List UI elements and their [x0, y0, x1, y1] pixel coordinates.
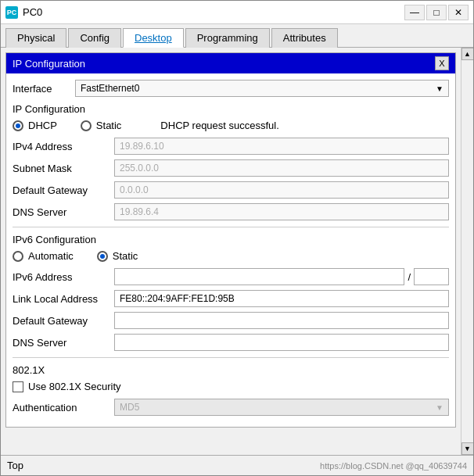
tab-attributes[interactable]: Attributes: [271, 28, 338, 48]
ipv4-section-title: IP Configuration: [13, 103, 449, 115]
tab-physical[interactable]: Physical: [5, 28, 66, 48]
auth-chevron-icon: ▼: [436, 403, 443, 412]
ipv6-slash: /: [408, 271, 411, 283]
dhcp-label: DHCP: [28, 120, 57, 131]
authentication-label: Authentication: [13, 402, 114, 413]
window-title: PC0: [23, 6, 404, 18]
title-bar-controls: — □ ✕: [404, 5, 469, 20]
link-local-label: Link Local Address: [13, 293, 114, 305]
interface-select[interactable]: FastEthernet0 ▼: [75, 80, 449, 97]
dns-server-row: DNS Server: [13, 203, 449, 220]
window-icon: PC: [5, 6, 18, 19]
dhcp-radio-circle[interactable]: [13, 120, 23, 131]
static-ipv6-radio[interactable]: Static: [97, 250, 138, 262]
dns-server-v6-input[interactable]: [114, 334, 449, 351]
dns-server-v6-label: DNS Server: [13, 337, 114, 349]
automatic-label: Automatic: [28, 250, 74, 262]
default-gateway-label: Default Gateway: [13, 184, 114, 196]
static-ipv6-radio-circle[interactable]: [97, 251, 108, 262]
default-gateway-v6-label: Default Gateway: [13, 315, 114, 327]
static-label: Static: [96, 120, 122, 131]
tab-bar: Physical Config Desktop Programming Attr…: [1, 24, 473, 48]
window: PC PC0 — □ ✕ Physical Config Desktop Pro…: [0, 0, 474, 476]
scroll-down-button[interactable]: ▼: [461, 442, 474, 455]
authentication-select[interactable]: MD5 ▼: [114, 399, 449, 416]
title-bar: PC PC0 — □ ✕: [1, 1, 473, 24]
tab-programming[interactable]: Programming: [185, 28, 270, 48]
default-gateway-v6-input[interactable]: [114, 312, 449, 329]
ipv4-address-row: IPv4 Address: [13, 138, 449, 155]
bottom-bar: Top https://blog.CSDN.net @qq_40639744: [1, 455, 473, 475]
top-label[interactable]: Top: [7, 460, 23, 471]
static-ipv6-label: Static: [113, 250, 138, 262]
scroll-up-button[interactable]: ▲: [461, 48, 474, 60]
interface-chevron-icon: ▼: [436, 84, 443, 93]
ipv4-address-label: IPv4 Address: [13, 141, 114, 152]
ip-config-close-button[interactable]: X: [435, 56, 449, 70]
content-area: IP Configuration X Interface FastEtherne…: [1, 48, 473, 455]
watermark: https://blog.CSDN.net @qq_40639744: [320, 461, 467, 471]
auth-value: MD5: [120, 402, 139, 413]
ipv6-prefix-input[interactable]: [414, 268, 449, 285]
dhcp-radio[interactable]: DHCP: [13, 120, 57, 131]
interface-label: Interface: [13, 83, 75, 95]
automatic-radio-circle[interactable]: [13, 251, 23, 262]
subnet-mask-label: Subnet Mask: [13, 163, 114, 174]
static-radio[interactable]: Static: [81, 120, 122, 131]
automatic-radio[interactable]: Automatic: [13, 250, 74, 262]
minimize-button[interactable]: —: [404, 5, 425, 20]
ipv6-radio-group: Automatic Static: [13, 250, 449, 262]
ipv6-address-label: IPv6 Address: [13, 271, 114, 283]
tab-desktop[interactable]: Desktop: [123, 28, 184, 48]
link-local-row: Link Local Address: [13, 290, 449, 307]
default-gateway-v6-row: Default Gateway: [13, 312, 449, 329]
interface-row: Interface FastEthernet0 ▼: [13, 80, 449, 97]
ip-config-body: Interface FastEthernet0 ▼ IP Configurati…: [6, 73, 455, 427]
ip-config-panel: IP Configuration X Interface FastEtherne…: [5, 52, 456, 428]
8021x-section-title: 802.1X: [13, 364, 449, 376]
interface-value: FastEthernet0: [81, 83, 139, 94]
ipv6-address-row: IPv6 Address /: [13, 268, 449, 285]
authentication-row: Authentication MD5 ▼: [13, 399, 449, 416]
maximize-button[interactable]: □: [426, 5, 447, 20]
use-8021x-row: Use 802.1X Security: [13, 381, 449, 392]
main-panel: IP Configuration X Interface FastEtherne…: [1, 48, 461, 455]
ip-config-title: IP Configuration: [13, 58, 85, 70]
close-button[interactable]: ✕: [448, 5, 469, 20]
default-gateway-row: Default Gateway: [13, 181, 449, 199]
default-gateway-input[interactable]: [114, 181, 449, 199]
dhcp-status: DHCP request successful.: [160, 120, 279, 131]
section-divider-8021x: [13, 357, 449, 358]
ipv6-input-group: /: [114, 268, 449, 285]
use-8021x-label: Use 802.1X Security: [28, 381, 121, 392]
scroll-track[interactable]: [461, 60, 473, 442]
tab-config[interactable]: Config: [68, 28, 121, 48]
subnet-mask-row: Subnet Mask: [13, 159, 449, 177]
link-local-input[interactable]: [114, 290, 449, 307]
section-divider-ipv6: [13, 227, 449, 227]
dhcp-static-radio-group: DHCP Static DHCP request successful.: [13, 120, 449, 131]
dns-server-v6-row: DNS Server: [13, 334, 449, 351]
dns-server-input[interactable]: [114, 203, 449, 220]
ipv4-address-input[interactable]: [114, 138, 449, 155]
dns-server-label: DNS Server: [13, 206, 114, 218]
subnet-mask-input[interactable]: [114, 159, 449, 177]
scrollbar: ▲ ▼: [461, 48, 473, 455]
ip-config-header: IP Configuration X: [6, 53, 455, 73]
ipv6-section-title: IPv6 Configuration: [13, 234, 449, 245]
ipv6-address-input[interactable]: [114, 268, 404, 285]
use-8021x-checkbox[interactable]: [13, 381, 23, 392]
static-radio-circle[interactable]: [81, 120, 92, 131]
